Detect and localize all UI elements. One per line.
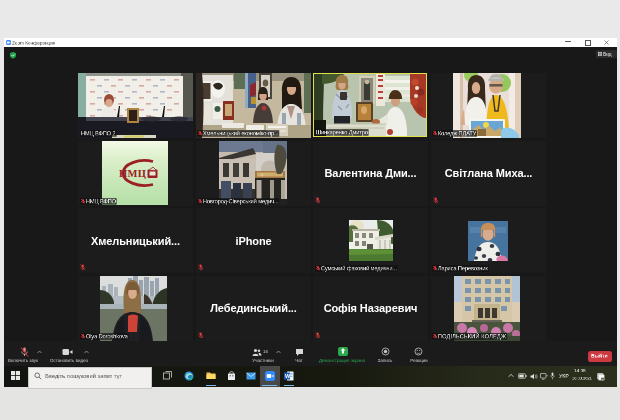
svg-text:Вид: Вид — [603, 52, 612, 57]
svg-text:W: W — [285, 372, 291, 378]
svg-text:НМЦ: НМЦ — [119, 168, 146, 179]
